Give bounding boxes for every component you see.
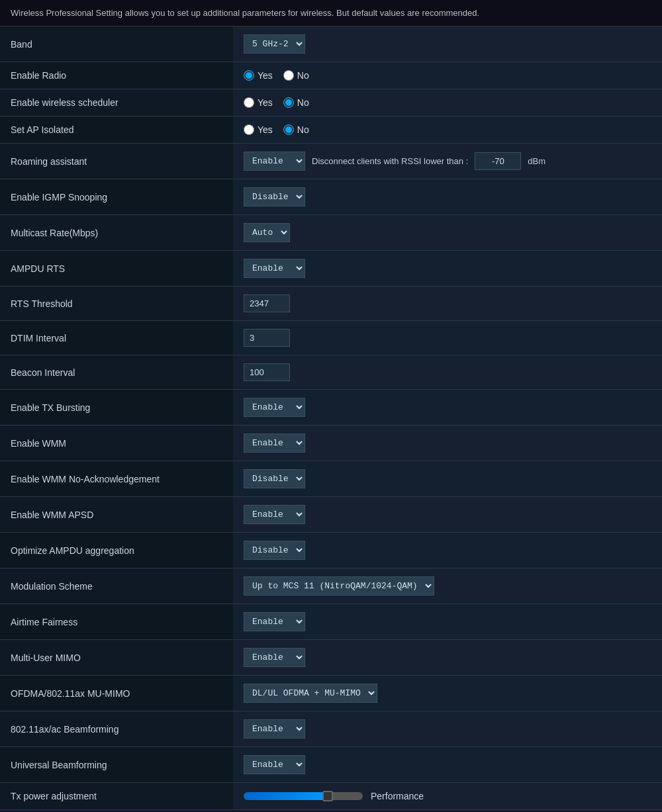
roaming-select[interactable]: EnableDisable bbox=[244, 152, 305, 171]
slider-container: Performance bbox=[244, 791, 651, 801]
label-ampdu-rts: AMPDU RTS bbox=[0, 251, 233, 287]
radio-group-enable-radio: YesNo bbox=[244, 70, 651, 81]
select-optimize-ampdu[interactable]: EnableDisable bbox=[244, 541, 305, 560]
value-dtim-interval bbox=[233, 321, 662, 355]
select-band[interactable]: 2.4 GHz5 GHz-15 GHz-26 GHz bbox=[244, 34, 305, 54]
radio-set-ap-isolated-no[interactable] bbox=[283, 124, 294, 135]
input-dtim-interval[interactable] bbox=[244, 329, 290, 347]
row-airtime-fairness: Airtime FairnessEnableDisable bbox=[0, 604, 662, 640]
value-roaming-assistant: EnableDisableDisconnect clients with RSS… bbox=[233, 144, 662, 179]
value-set-ap-isolated: YesNo bbox=[233, 116, 662, 144]
value-enable-wmm-apsd: EnableDisable bbox=[233, 497, 662, 533]
radio-item-enable-radio-yes[interactable]: Yes bbox=[244, 70, 273, 81]
radio-enable-radio-no[interactable] bbox=[283, 70, 294, 81]
label-enable-wmm: Enable WMM bbox=[0, 426, 233, 461]
label-enable-igmp-snooping: Enable IGMP Snooping bbox=[0, 179, 233, 215]
label-tx-power: Tx power adjustment bbox=[0, 783, 233, 810]
row-multi-user-mimo: Multi-User MIMOEnableDisable bbox=[0, 640, 662, 676]
value-optimize-ampdu: EnableDisable bbox=[233, 533, 662, 568]
input-beacon-interval[interactable] bbox=[244, 363, 290, 381]
value-multi-user-mimo: EnableDisable bbox=[233, 640, 662, 676]
label-enable-wmm-apsd: Enable WMM APSD bbox=[0, 497, 233, 533]
value-modulation-scheme: Up to MCS 11 (NitroQAM/1024-QAM)Up to MC… bbox=[233, 568, 662, 604]
input-rts-threshold[interactable] bbox=[244, 294, 290, 312]
row-rts-threshold: RTS Threshold bbox=[0, 287, 662, 321]
label-enable-wireless-scheduler: Enable wireless scheduler bbox=[0, 89, 233, 116]
row-beacon-interval: Beacon Interval bbox=[0, 355, 662, 390]
radio-enable-wireless-scheduler-yes[interactable] bbox=[244, 97, 254, 108]
label-dtim-interval: DTIM Interval bbox=[0, 321, 233, 355]
select-enable-igmp-snooping[interactable]: EnableDisable bbox=[244, 187, 305, 206]
row-multicast-rate: Multicast Rate(Mbps)Auto125.511 bbox=[0, 215, 662, 251]
row-tx-power: Tx power adjustmentPerformance bbox=[0, 783, 662, 810]
row-modulation-scheme: Modulation SchemeUp to MCS 11 (NitroQAM/… bbox=[0, 568, 662, 604]
label-enable-radio: Enable Radio bbox=[0, 62, 233, 89]
select-enable-wmm-apsd[interactable]: EnableDisable bbox=[244, 505, 305, 524]
label-enable-tx-bursting: Enable TX Bursting bbox=[0, 390, 233, 426]
roaming-text: Disconnect clients with RSSI lower than … bbox=[312, 156, 468, 166]
radio-label-set-ap-isolated-no: No bbox=[297, 124, 309, 135]
row-enable-wireless-scheduler: Enable wireless schedulerYesNo bbox=[0, 89, 662, 116]
row-optimize-ampdu: Optimize AMPDU aggregationEnableDisable bbox=[0, 533, 662, 568]
row-universal-beamforming: Universal BeamformingEnableDisable bbox=[0, 747, 662, 783]
row-enable-tx-bursting: Enable TX BurstingEnableDisable bbox=[0, 390, 662, 426]
select-enable-wmm-no-ack[interactable]: EnableDisable bbox=[244, 469, 305, 488]
radio-enable-radio-yes[interactable] bbox=[244, 70, 254, 81]
radio-label-enable-wireless-scheduler-yes: Yes bbox=[258, 97, 273, 108]
radio-item-enable-wireless-scheduler-yes[interactable]: Yes bbox=[244, 97, 273, 108]
row-enable-igmp-snooping: Enable IGMP SnoopingEnableDisable bbox=[0, 179, 662, 215]
radio-label-enable-radio-yes: Yes bbox=[258, 70, 273, 81]
value-universal-beamforming: EnableDisable bbox=[233, 747, 662, 783]
rssi-input[interactable] bbox=[475, 152, 521, 170]
value-beamforming-ax-ac: EnableDisable bbox=[233, 711, 662, 747]
radio-label-enable-wireless-scheduler-no: No bbox=[297, 97, 309, 108]
radio-label-set-ap-isolated-yes: Yes bbox=[258, 124, 273, 135]
select-ampdu-rts[interactable]: EnableDisable bbox=[244, 259, 305, 278]
value-tx-power: Performance bbox=[233, 783, 662, 810]
value-enable-igmp-snooping: EnableDisable bbox=[233, 179, 662, 215]
select-enable-wmm[interactable]: EnableDisable bbox=[244, 433, 305, 453]
value-multicast-rate: Auto125.511 bbox=[233, 215, 662, 251]
value-enable-wmm: EnableDisable bbox=[233, 426, 662, 461]
label-rts-threshold: RTS Threshold bbox=[0, 287, 233, 321]
label-enable-wmm-no-ack: Enable WMM No-Acknowledgement bbox=[0, 461, 233, 497]
row-enable-radio: Enable RadioYesNo bbox=[0, 62, 662, 89]
row-enable-wmm-no-ack: Enable WMM No-AcknowledgementEnableDisab… bbox=[0, 461, 662, 497]
radio-label-enable-radio-no: No bbox=[297, 70, 309, 81]
row-enable-wmm: Enable WMMEnableDisable bbox=[0, 426, 662, 461]
roaming-row: EnableDisableDisconnect clients with RSS… bbox=[244, 152, 651, 171]
select-multicast-rate[interactable]: Auto125.511 bbox=[244, 223, 290, 242]
slider-thumb[interactable] bbox=[322, 791, 333, 801]
label-optimize-ampdu: Optimize AMPDU aggregation bbox=[0, 533, 233, 568]
select-airtime-fairness[interactable]: EnableDisable bbox=[244, 612, 305, 631]
radio-item-enable-wireless-scheduler-no[interactable]: No bbox=[283, 97, 309, 108]
label-universal-beamforming: Universal Beamforming bbox=[0, 747, 233, 783]
select-universal-beamforming[interactable]: EnableDisable bbox=[244, 755, 305, 774]
settings-table: Band2.4 GHz5 GHz-15 GHz-26 GHzEnable Rad… bbox=[0, 26, 662, 810]
radio-set-ap-isolated-yes[interactable] bbox=[244, 124, 254, 135]
row-dtim-interval: DTIM Interval bbox=[0, 321, 662, 355]
slider-track[interactable] bbox=[244, 792, 363, 800]
select-enable-tx-bursting[interactable]: EnableDisable bbox=[244, 398, 305, 417]
slider-label: Performance bbox=[371, 791, 424, 801]
row-roaming-assistant: Roaming assistantEnableDisableDisconnect… bbox=[0, 144, 662, 179]
value-enable-wmm-no-ack: EnableDisable bbox=[233, 461, 662, 497]
radio-item-set-ap-isolated-no[interactable]: No bbox=[283, 124, 309, 135]
label-multi-user-mimo: Multi-User MIMO bbox=[0, 640, 233, 676]
label-roaming-assistant: Roaming assistant bbox=[0, 144, 233, 179]
label-set-ap-isolated: Set AP Isolated bbox=[0, 116, 233, 144]
select-modulation-scheme[interactable]: Up to MCS 11 (NitroQAM/1024-QAM)Up to MC… bbox=[244, 576, 434, 596]
select-multi-user-mimo[interactable]: EnableDisable bbox=[244, 648, 305, 667]
radio-item-enable-radio-no[interactable]: No bbox=[283, 70, 309, 81]
label-modulation-scheme: Modulation Scheme bbox=[0, 568, 233, 604]
select-ofdma-mu-mimo[interactable]: DL/UL OFDMA + MU-MIMODL OFDMA onlyDisabl… bbox=[244, 684, 377, 703]
value-enable-tx-bursting: EnableDisable bbox=[233, 390, 662, 426]
radio-item-set-ap-isolated-yes[interactable]: Yes bbox=[244, 124, 273, 135]
radio-enable-wireless-scheduler-no[interactable] bbox=[283, 97, 294, 108]
row-enable-wmm-apsd: Enable WMM APSDEnableDisable bbox=[0, 497, 662, 533]
row-band: Band2.4 GHz5 GHz-15 GHz-26 GHz bbox=[0, 26, 662, 62]
row-ofdma-mu-mimo: OFDMA/802.11ax MU-MIMODL/UL OFDMA + MU-M… bbox=[0, 676, 662, 711]
value-enable-radio: YesNo bbox=[233, 62, 662, 89]
value-rts-threshold bbox=[233, 287, 662, 321]
select-beamforming-ax-ac[interactable]: EnableDisable bbox=[244, 719, 305, 739]
